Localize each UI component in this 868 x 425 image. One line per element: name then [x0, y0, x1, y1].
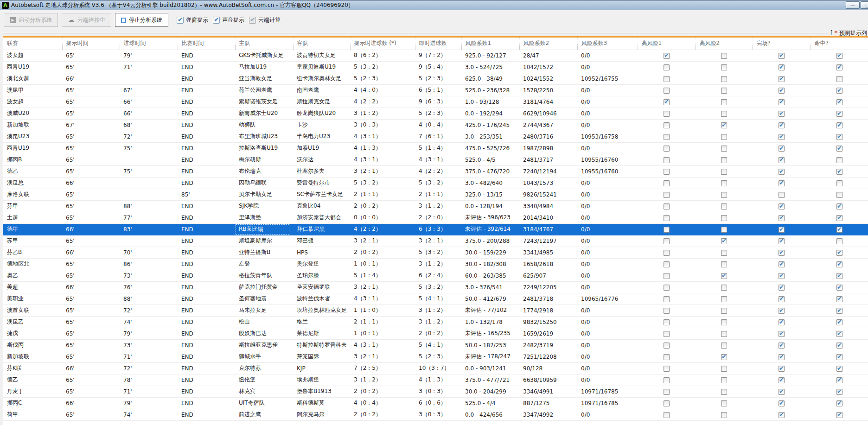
hr1-checkbox[interactable] — [664, 76, 670, 82]
hr1-checkbox[interactable] — [664, 377, 670, 383]
hit-checkbox[interactable] — [836, 296, 842, 302]
maximize-button[interactable]: □ — [861, 1, 868, 9]
hr1-checkbox[interactable] — [664, 146, 670, 152]
hit-checkbox[interactable] — [836, 64, 842, 70]
hit-checkbox[interactable] — [836, 377, 842, 383]
checkbox-icon[interactable] — [249, 17, 256, 24]
table-row[interactable]: 波女超65'66'END索斯诺维茨女足斯拉斯克女足4（2：2）9（6：3）1.0… — [3, 96, 868, 108]
hit-checkbox[interactable] — [836, 354, 842, 360]
table-row[interactable]: 挪丙B65'END梅尔胡斯沃尔达4（3：1）4（3：1）525.0 - 4/52… — [3, 154, 868, 165]
table-row[interactable]: 新加坡联65'71'END狮城水手芽笼国际3（2：1）5（2：3）未评估 - 1… — [3, 351, 868, 362]
table-row[interactable]: 土超65'77'END里泽斯堡加济安泰普大都会0（0：0）2（2：0）未评估 -… — [3, 212, 868, 223]
hit-checkbox[interactable] — [836, 53, 842, 59]
hr2-checkbox[interactable] — [721, 250, 727, 256]
table-row[interactable]: 丹麦丁65'71'END林克宾堡鲁本B19132（0：2）3（0：3）30.0 … — [3, 386, 868, 397]
hr2-checkbox[interactable] — [721, 88, 727, 94]
hr2-checkbox[interactable] — [721, 400, 727, 406]
table-row[interactable]: 澳足总66'END因勒乌德联费雷曼特尔市5（3：2）5（3：2）3.0 - 48… — [3, 177, 868, 189]
table-row[interactable]: 芬乙B66'70'END亚特兰提斯BHPS2（0：2）5（3：2）30.0 - … — [3, 247, 868, 258]
table-row[interactable]: 澳昆乙65'74'END松山格兰2（1：1）3（1：2）1.0 - 132/17… — [3, 316, 868, 328]
column-header[interactable]: 即时进球数 — [415, 38, 461, 50]
hit-checkbox[interactable] — [836, 343, 842, 349]
hr2-checkbox[interactable] — [721, 354, 727, 360]
hr2-checkbox[interactable] — [721, 238, 727, 244]
finished-checkbox[interactable] — [779, 111, 785, 117]
table-row[interactable]: 西青U1965'75'END拉斯洛查斯U19加泰U194（1：3）5（1：4）4… — [3, 142, 868, 154]
hr2-checkbox[interactable] — [721, 169, 727, 175]
hit-checkbox[interactable] — [836, 227, 842, 233]
column-header[interactable]: 提示时间 — [62, 38, 120, 50]
hr1-checkbox[interactable] — [664, 64, 670, 70]
table-row[interactable]: 澳昆U2365'72'END布里斯班城U23半岛电力U234（3：1）7（6：1… — [3, 131, 868, 142]
table-row[interactable]: 奥乙65'73'END格拉茨青年队圣珀尔滕5（1：4）6（2：4）60.0 - … — [3, 270, 868, 281]
hit-checkbox[interactable] — [836, 273, 842, 279]
finished-checkbox[interactable] — [779, 122, 785, 128]
finished-checkbox[interactable] — [779, 134, 785, 140]
hit-checkbox[interactable] — [836, 250, 842, 256]
table-row[interactable]: 西青U1965'71'END马拉加U19皇家贝迪斯U195（3：2）9（5：4）… — [3, 61, 868, 73]
hr2-checkbox[interactable] — [721, 261, 727, 267]
finished-checkbox[interactable] — [779, 53, 785, 59]
hr1-checkbox[interactable] — [664, 215, 670, 221]
hr2-checkbox[interactable] — [721, 319, 727, 325]
hr1-checkbox[interactable] — [664, 227, 670, 233]
hr2-checkbox[interactable] — [721, 134, 727, 140]
table-row[interactable]: 德甲66'83'ENDRB莱比锡拜仁慕尼黑4（2：2）6（3：3）未评估 - 3… — [3, 223, 868, 235]
hr1-checkbox[interactable] — [664, 331, 670, 337]
toolbar-checkbox-声音提示[interactable]: 声音提示 — [213, 16, 244, 24]
column-header[interactable]: 风险系数1 — [461, 38, 519, 50]
hr1-checkbox[interactable] — [664, 354, 670, 360]
checkbox-icon[interactable] — [213, 17, 220, 24]
table-row[interactable]: 摩洛女联65'85'贝尔卡勒女足SC卡萨布兰卡女足2（1：1）2（1：1）325… — [3, 189, 868, 200]
table-row[interactable]: 澳首女联65'72'END马朱拉女足坎培拉奥林匹克女足1（1：0）3（1：2）未… — [3, 304, 868, 316]
finished-checkbox[interactable] — [779, 377, 785, 383]
finished-checkbox[interactable] — [779, 366, 785, 372]
finished-checkbox[interactable] — [779, 319, 785, 325]
hr1-checkbox[interactable] — [664, 389, 670, 395]
hit-checkbox[interactable] — [836, 146, 842, 152]
hr1-checkbox[interactable] — [664, 192, 670, 198]
finished-checkbox[interactable] — [779, 250, 785, 256]
column-header[interactable]: 高风险1 — [638, 38, 696, 50]
finished-checkbox[interactable] — [779, 389, 785, 395]
hit-checkbox[interactable] — [836, 122, 842, 128]
hr2-checkbox[interactable] — [721, 146, 727, 152]
table-row[interactable]: 德乙65'78'END纽伦堡埃弗斯堡3（1：2）4（1：3）375.0 - 47… — [3, 374, 868, 386]
table-row[interactable]: 新加坡联67'68'END幼狮队卡沙3（0：3）4（0：4）425.0 - 17… — [3, 119, 868, 131]
finished-checkbox[interactable] — [779, 64, 785, 70]
hr1-checkbox[interactable] — [664, 296, 670, 302]
hit-checkbox[interactable] — [836, 331, 842, 337]
hit-checkbox[interactable] — [836, 238, 842, 244]
finished-checkbox[interactable] — [779, 261, 785, 267]
hit-checkbox[interactable] — [836, 157, 842, 163]
hr2-checkbox[interactable] — [721, 331, 727, 337]
hr2-checkbox[interactable] — [721, 412, 727, 418]
column-header[interactable]: 高风险2 — [696, 38, 753, 50]
finished-checkbox[interactable] — [779, 296, 785, 302]
hit-checkbox[interactable] — [836, 319, 842, 325]
hr1-checkbox[interactable] — [664, 366, 670, 372]
hr2-checkbox[interactable] — [721, 227, 727, 233]
hr2-checkbox[interactable] — [721, 366, 727, 372]
hr2-checkbox[interactable] — [721, 157, 727, 163]
hr2-checkbox[interactable] — [721, 203, 727, 209]
hr1-checkbox[interactable] — [664, 53, 670, 59]
finished-checkbox[interactable] — [779, 273, 785, 279]
finished-checkbox[interactable] — [779, 88, 785, 94]
finished-checkbox[interactable] — [779, 331, 785, 337]
hr2-checkbox[interactable] — [721, 308, 727, 314]
hit-checkbox[interactable] — [836, 180, 842, 186]
hr2-checkbox[interactable] — [721, 389, 727, 395]
table-row[interactable]: 澳威U2065'66'END新南威尔士U20卧龙岗狼队U203（1：2）5（2：… — [3, 108, 868, 119]
finished-checkbox[interactable] — [779, 99, 785, 105]
hr1-checkbox[interactable] — [664, 99, 670, 105]
hit-checkbox[interactable] — [836, 308, 842, 314]
hr1-checkbox[interactable] — [664, 122, 670, 128]
table-row[interactable]: 美超66'76'END萨克拉门托黄金圣莱安德罗联3（2：1）5（3：2）3.0 … — [3, 281, 868, 293]
hr1-checkbox[interactable] — [664, 343, 670, 349]
finished-checkbox[interactable] — [779, 157, 785, 163]
hr1-checkbox[interactable] — [664, 319, 670, 325]
hr1-checkbox[interactable] — [664, 412, 670, 418]
finished-checkbox[interactable] — [779, 192, 785, 198]
hr2-checkbox[interactable] — [721, 99, 727, 105]
